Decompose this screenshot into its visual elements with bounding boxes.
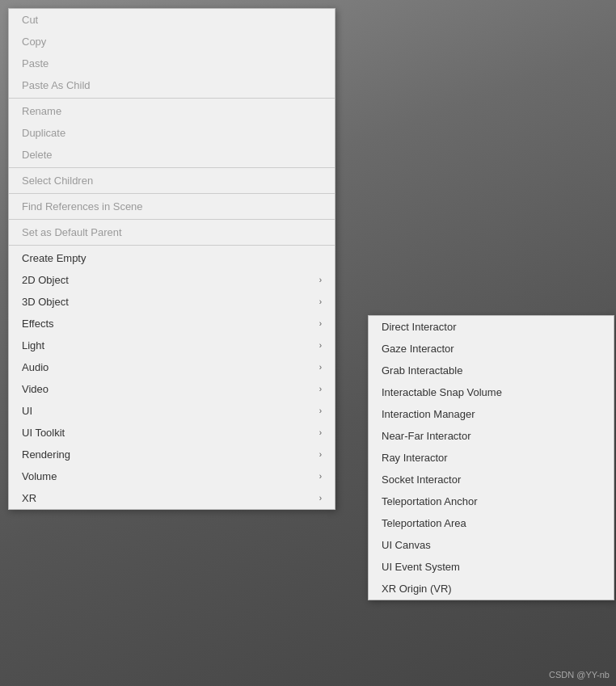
menu-item-label-video: Video — [22, 383, 49, 395]
menu-item-cut: Cut — [9, 9, 335, 31]
submenu-item-label-teleportation-area: Teleportation Area — [382, 517, 466, 529]
submenu-arrow-icon: › — [319, 406, 322, 415]
menu-item-label-xr: XR — [22, 492, 36, 504]
menu-item-find-references: Find References in Scene — [9, 196, 335, 217]
submenu-item-label-direct-interactor: Direct Interactor — [382, 321, 456, 333]
menu-item-label-find-references: Find References in Scene — [22, 200, 143, 213]
submenu-arrow-icon: › — [319, 276, 322, 284]
menu-item-copy: Copy — [9, 31, 335, 53]
menu-item-label-copy: Copy — [22, 36, 46, 48]
menu-item-label-light: Light — [22, 339, 44, 351]
menu-item-ui-toolkit[interactable]: UI Toolkit› — [9, 422, 335, 444]
menu-separator — [9, 98, 335, 99]
context-menu-left: CutCopyPastePaste As ChildRenameDuplicat… — [8, 8, 335, 510]
menu-item-paste: Paste — [9, 53, 335, 74]
submenu-item-label-interactable-snap-volume: Interactable Snap Volume — [382, 386, 502, 398]
submenu-item-interaction-manager[interactable]: Interaction Manager — [369, 403, 614, 425]
menu-separator — [9, 219, 335, 220]
submenu-item-teleportation-area[interactable]: Teleportation Area — [369, 512, 614, 534]
submenu-item-label-near-far-interactor: Near-Far Interactor — [382, 430, 471, 442]
menu-item-duplicate: Duplicate — [9, 122, 335, 144]
submenu-item-ui-event-system[interactable]: UI Event System — [369, 556, 614, 578]
context-menu-right: Direct InteractorGaze InteractorGrab Int… — [368, 315, 614, 600]
submenu-item-grab-interactable[interactable]: Grab Interactable — [369, 360, 614, 381]
menu-item-label-duplicate: Duplicate — [22, 127, 65, 139]
menu-item-delete: Delete — [9, 144, 335, 166]
submenu-item-label-ray-interactor: Ray Interactor — [382, 452, 448, 464]
menu-item-ui[interactable]: UI› — [9, 400, 335, 422]
submenu-arrow-icon: › — [319, 385, 322, 394]
menu-item-light[interactable]: Light› — [9, 335, 335, 356]
submenu-arrow-icon: › — [319, 494, 322, 503]
submenu-arrow-icon: › — [319, 297, 322, 306]
submenu-arrow-icon: › — [319, 341, 322, 350]
menu-item-label-delete: Delete — [22, 149, 53, 161]
menu-item-effects[interactable]: Effects› — [9, 313, 335, 335]
menu-item-xr[interactable]: XR› — [9, 487, 335, 509]
menu-item-label-rendering: Rendering — [22, 448, 70, 461]
menu-item-create-empty[interactable]: Create Empty — [9, 247, 335, 269]
submenu-item-gaze-interactor[interactable]: Gaze Interactor — [369, 338, 614, 360]
submenu-item-teleportation-anchor[interactable]: Teleportation Anchor — [369, 490, 614, 512]
submenu-item-interactable-snap-volume[interactable]: Interactable Snap Volume — [369, 381, 614, 403]
menu-item-label-paste-as-child: Paste As Child — [22, 79, 91, 91]
submenu-item-label-interaction-manager: Interaction Manager — [382, 408, 475, 420]
submenu-arrow-icon: › — [319, 363, 322, 372]
menu-item-label-set-default-parent: Set as Default Parent — [22, 226, 122, 238]
menu-item-video[interactable]: Video› — [9, 378, 335, 400]
menu-item-label-cut: Cut — [22, 14, 38, 26]
submenu-item-label-ui-event-system: UI Event System — [382, 561, 460, 573]
menu-item-rendering[interactable]: Rendering› — [9, 444, 335, 465]
submenu-item-direct-interactor[interactable]: Direct Interactor — [369, 316, 614, 338]
menu-item-volume[interactable]: Volume› — [9, 465, 335, 487]
submenu-item-label-teleportation-anchor: Teleportation Anchor — [382, 495, 478, 507]
submenu-arrow-icon: › — [319, 428, 322, 437]
menu-separator — [9, 245, 335, 246]
submenu-arrow-icon: › — [319, 319, 322, 328]
submenu-arrow-icon: › — [319, 450, 322, 459]
menu-item-paste-as-child: Paste As Child — [9, 74, 335, 96]
submenu-item-xr-origin-vr[interactable]: XR Origin (VR) — [369, 578, 614, 600]
menu-item-label-ui: UI — [22, 405, 32, 417]
submenu-arrow-icon: › — [319, 472, 322, 481]
menu-separator — [9, 167, 335, 168]
watermark: CSDN @YY-nb — [549, 670, 610, 680]
submenu-item-label-socket-interactor: Socket Interactor — [382, 473, 461, 486]
menu-item-select-children: Select Children — [9, 170, 335, 191]
menu-item-set-default-parent: Set as Default Parent — [9, 221, 335, 243]
menu-item-label-volume: Volume — [22, 470, 57, 482]
submenu-item-label-xr-origin-vr: XR Origin (VR) — [382, 583, 452, 595]
submenu-item-label-ui-canvas: UI Canvas — [382, 539, 431, 551]
menu-separator — [9, 193, 335, 194]
menu-item-label-select-children: Select Children — [22, 175, 93, 187]
menu-item-label-rename: Rename — [22, 105, 61, 117]
menu-item-2d-object[interactable]: 2D Object› — [9, 269, 335, 291]
menu-item-audio[interactable]: Audio› — [9, 356, 335, 378]
menu-item-label-3d-object: 3D Object — [22, 296, 69, 308]
menu-item-rename: Rename — [9, 100, 335, 122]
menu-item-label-paste: Paste — [22, 57, 49, 69]
menu-item-label-2d-object: 2D Object — [22, 274, 69, 286]
submenu-item-socket-interactor[interactable]: Socket Interactor — [369, 469, 614, 490]
menu-item-label-audio: Audio — [22, 361, 49, 373]
menu-item-label-create-empty: Create Empty — [22, 252, 86, 264]
submenu-item-label-gaze-interactor: Gaze Interactor — [382, 343, 454, 355]
submenu-item-ray-interactor[interactable]: Ray Interactor — [369, 447, 614, 469]
menu-item-label-ui-toolkit: UI Toolkit — [22, 427, 65, 439]
submenu-item-near-far-interactor[interactable]: Near-Far Interactor — [369, 425, 614, 447]
submenu-item-label-grab-interactable: Grab Interactable — [382, 364, 462, 377]
submenu-item-ui-canvas[interactable]: UI Canvas — [369, 534, 614, 556]
menu-item-3d-object[interactable]: 3D Object› — [9, 291, 335, 313]
menu-item-label-effects: Effects — [22, 318, 54, 330]
